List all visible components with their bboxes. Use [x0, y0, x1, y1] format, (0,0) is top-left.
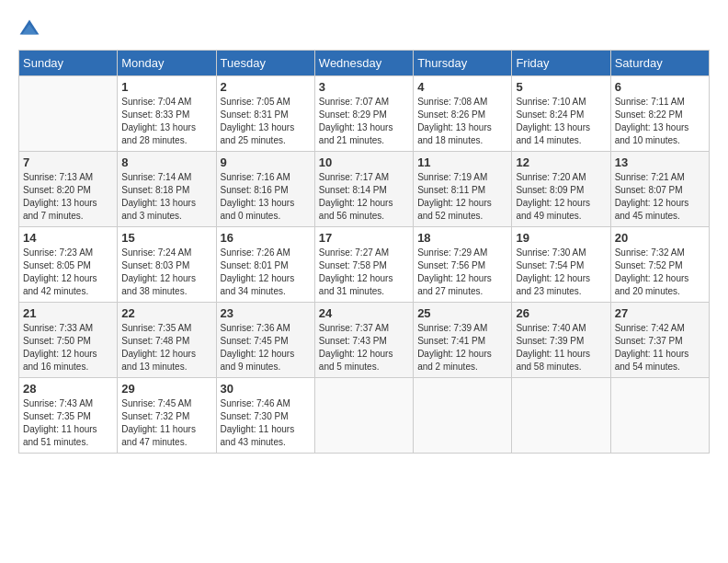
day-info: Sunrise: 7:45 AM Sunset: 7:32 PM Dayligh…	[121, 397, 211, 449]
day-info: Sunrise: 7:29 AM Sunset: 7:56 PM Dayligh…	[417, 247, 507, 298]
day-cell: 5Sunrise: 7:10 AM Sunset: 8:24 PM Daylig…	[512, 76, 610, 152]
logo	[18, 18, 44, 40]
day-cell: 19Sunrise: 7:30 AM Sunset: 7:54 PM Dayli…	[512, 227, 610, 303]
day-number: 18	[417, 231, 507, 245]
day-number: 24	[319, 306, 409, 320]
day-number: 13	[615, 155, 705, 169]
day-cell: 8Sunrise: 7:14 AM Sunset: 8:18 PM Daylig…	[118, 152, 216, 227]
day-number: 11	[417, 155, 507, 169]
day-info: Sunrise: 7:26 AM Sunset: 8:01 PM Dayligh…	[221, 247, 311, 298]
day-number: 14	[23, 231, 113, 245]
day-number: 23	[221, 306, 311, 320]
day-number: 10	[319, 155, 409, 169]
day-cell	[414, 378, 512, 454]
day-number: 25	[417, 306, 507, 320]
day-cell: 29Sunrise: 7:45 AM Sunset: 7:32 PM Dayli…	[118, 378, 216, 454]
day-info: Sunrise: 7:30 AM Sunset: 7:54 PM Dayligh…	[516, 247, 606, 298]
day-cell: 28Sunrise: 7:43 AM Sunset: 7:35 PM Dayli…	[19, 378, 118, 454]
day-number: 21	[23, 306, 113, 320]
day-info: Sunrise: 7:20 AM Sunset: 8:09 PM Dayligh…	[516, 171, 606, 223]
day-cell: 9Sunrise: 7:16 AM Sunset: 8:16 PM Daylig…	[216, 152, 314, 227]
day-info: Sunrise: 7:10 AM Sunset: 8:24 PM Dayligh…	[516, 96, 606, 147]
day-number: 2	[221, 80, 311, 94]
day-cell: 17Sunrise: 7:27 AM Sunset: 7:58 PM Dayli…	[314, 227, 413, 303]
day-cell: 25Sunrise: 7:39 AM Sunset: 7:41 PM Dayli…	[414, 303, 512, 378]
col-header-sunday: Sunday	[19, 51, 118, 76]
day-cell	[314, 378, 413, 454]
week-row-3: 14Sunrise: 7:23 AM Sunset: 8:05 PM Dayli…	[19, 227, 710, 303]
day-cell: 1Sunrise: 7:04 AM Sunset: 8:33 PM Daylig…	[118, 76, 216, 152]
day-cell: 11Sunrise: 7:19 AM Sunset: 8:11 PM Dayli…	[414, 152, 512, 227]
day-cell	[512, 378, 610, 454]
day-info: Sunrise: 7:32 AM Sunset: 7:52 PM Dayligh…	[615, 247, 705, 298]
col-header-wednesday: Wednesday	[314, 51, 413, 76]
day-info: Sunrise: 7:33 AM Sunset: 7:50 PM Dayligh…	[23, 322, 113, 373]
day-number: 17	[319, 231, 409, 245]
day-cell: 14Sunrise: 7:23 AM Sunset: 8:05 PM Dayli…	[19, 227, 118, 303]
day-info: Sunrise: 7:35 AM Sunset: 7:48 PM Dayligh…	[121, 322, 211, 373]
logo-icon	[18, 18, 40, 40]
day-cell: 21Sunrise: 7:33 AM Sunset: 7:50 PM Dayli…	[19, 303, 118, 378]
week-row-2: 7Sunrise: 7:13 AM Sunset: 8:20 PM Daylig…	[19, 152, 710, 227]
day-info: Sunrise: 7:11 AM Sunset: 8:22 PM Dayligh…	[615, 96, 705, 147]
day-info: Sunrise: 7:46 AM Sunset: 7:30 PM Dayligh…	[221, 397, 311, 449]
week-row-1: 1Sunrise: 7:04 AM Sunset: 8:33 PM Daylig…	[19, 76, 710, 152]
day-number: 12	[516, 155, 606, 169]
header-row: SundayMondayTuesdayWednesdayThursdayFrid…	[19, 51, 710, 76]
day-cell: 26Sunrise: 7:40 AM Sunset: 7:39 PM Dayli…	[512, 303, 610, 378]
day-cell: 4Sunrise: 7:08 AM Sunset: 8:26 PM Daylig…	[414, 76, 512, 152]
day-info: Sunrise: 7:13 AM Sunset: 8:20 PM Dayligh…	[23, 171, 113, 223]
day-info: Sunrise: 7:39 AM Sunset: 7:41 PM Dayligh…	[417, 322, 507, 373]
day-cell: 6Sunrise: 7:11 AM Sunset: 8:22 PM Daylig…	[610, 76, 709, 152]
day-number: 9	[221, 155, 311, 169]
day-number: 26	[516, 306, 606, 320]
day-cell: 2Sunrise: 7:05 AM Sunset: 8:31 PM Daylig…	[216, 76, 314, 152]
day-number: 6	[615, 80, 705, 94]
day-info: Sunrise: 7:14 AM Sunset: 8:18 PM Dayligh…	[121, 171, 211, 223]
day-number: 3	[319, 80, 409, 94]
day-cell: 3Sunrise: 7:07 AM Sunset: 8:29 PM Daylig…	[314, 76, 413, 152]
day-info: Sunrise: 7:23 AM Sunset: 8:05 PM Dayligh…	[23, 247, 113, 298]
day-number: 22	[121, 306, 211, 320]
day-cell: 24Sunrise: 7:37 AM Sunset: 7:43 PM Dayli…	[314, 303, 413, 378]
day-info: Sunrise: 7:37 AM Sunset: 7:43 PM Dayligh…	[319, 322, 409, 373]
col-header-thursday: Thursday	[414, 51, 512, 76]
day-number: 20	[615, 231, 705, 245]
day-info: Sunrise: 7:36 AM Sunset: 7:45 PM Dayligh…	[221, 322, 311, 373]
day-cell	[19, 76, 118, 152]
day-number: 4	[417, 80, 507, 94]
day-cell: 12Sunrise: 7:20 AM Sunset: 8:09 PM Dayli…	[512, 152, 610, 227]
col-header-monday: Monday	[118, 51, 216, 76]
day-number: 1	[121, 80, 211, 94]
day-info: Sunrise: 7:27 AM Sunset: 7:58 PM Dayligh…	[319, 247, 409, 298]
day-info: Sunrise: 7:07 AM Sunset: 8:29 PM Dayligh…	[319, 96, 409, 147]
day-cell: 20Sunrise: 7:32 AM Sunset: 7:52 PM Dayli…	[610, 227, 709, 303]
day-number: 7	[23, 155, 113, 169]
day-info: Sunrise: 7:43 AM Sunset: 7:35 PM Dayligh…	[23, 397, 113, 449]
day-cell: 23Sunrise: 7:36 AM Sunset: 7:45 PM Dayli…	[216, 303, 314, 378]
day-cell: 27Sunrise: 7:42 AM Sunset: 7:37 PM Dayli…	[610, 303, 709, 378]
day-info: Sunrise: 7:17 AM Sunset: 8:14 PM Dayligh…	[319, 171, 409, 223]
day-number: 16	[221, 231, 311, 245]
day-info: Sunrise: 7:24 AM Sunset: 8:03 PM Dayligh…	[121, 247, 211, 298]
day-info: Sunrise: 7:08 AM Sunset: 8:26 PM Dayligh…	[417, 96, 507, 147]
day-number: 30	[221, 382, 311, 396]
day-number: 19	[516, 231, 606, 245]
day-info: Sunrise: 7:04 AM Sunset: 8:33 PM Dayligh…	[121, 96, 211, 147]
day-number: 27	[615, 306, 705, 320]
day-info: Sunrise: 7:16 AM Sunset: 8:16 PM Dayligh…	[221, 171, 311, 223]
page-header	[18, 18, 710, 40]
day-info: Sunrise: 7:05 AM Sunset: 8:31 PM Dayligh…	[221, 96, 311, 147]
calendar-table: SundayMondayTuesdayWednesdayThursdayFrid…	[18, 50, 710, 454]
col-header-friday: Friday	[512, 51, 610, 76]
day-cell: 30Sunrise: 7:46 AM Sunset: 7:30 PM Dayli…	[216, 378, 314, 454]
day-number: 28	[23, 382, 113, 396]
col-header-saturday: Saturday	[610, 51, 709, 76]
col-header-tuesday: Tuesday	[216, 51, 314, 76]
week-row-4: 21Sunrise: 7:33 AM Sunset: 7:50 PM Dayli…	[19, 303, 710, 378]
day-cell: 15Sunrise: 7:24 AM Sunset: 8:03 PM Dayli…	[118, 227, 216, 303]
day-cell: 22Sunrise: 7:35 AM Sunset: 7:48 PM Dayli…	[118, 303, 216, 378]
day-number: 8	[121, 155, 211, 169]
day-info: Sunrise: 7:40 AM Sunset: 7:39 PM Dayligh…	[516, 322, 606, 373]
day-number: 5	[516, 80, 606, 94]
